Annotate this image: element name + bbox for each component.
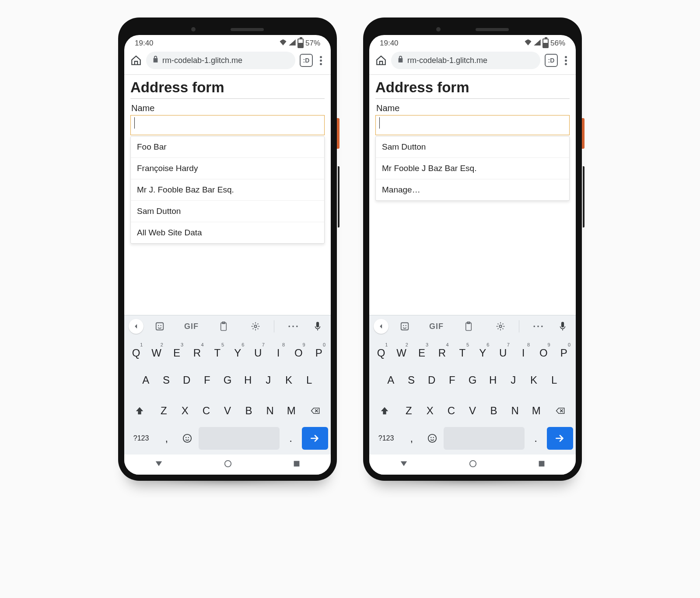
mic-icon[interactable] [554,322,571,331]
key-g[interactable]: G [218,367,237,393]
key-e[interactable]: E3 [413,341,431,365]
key-i[interactable]: I8 [269,341,287,365]
autofill-suggestion[interactable]: Mr J. Fooble Baz Bar Esq. [131,179,324,201]
key-r[interactable]: R4 [433,341,451,365]
kb-collapse-button[interactable] [374,319,388,334]
key-d[interactable]: D [177,367,196,393]
key-c[interactable]: C [196,398,216,423]
kb-collapse-button[interactable] [129,319,144,334]
symbols-key[interactable]: ?123 [372,427,400,450]
key-h[interactable]: H [238,367,257,393]
autofill-suggestion[interactable]: Mr Fooble J Baz Bar Esq. [376,158,569,179]
url-bar[interactable]: rm-codelab-1.glitch.me [391,52,540,69]
key-x[interactable]: X [420,398,440,423]
key-y[interactable]: Y6 [473,341,492,365]
key-f[interactable]: F [443,367,462,393]
key-x[interactable]: X [175,398,195,423]
key-w[interactable]: W2 [147,341,165,365]
key-l[interactable]: L [300,367,318,393]
settings-icon[interactable] [484,322,516,331]
key-h[interactable]: H [483,367,502,393]
key-e[interactable]: E3 [168,341,186,365]
overflow-menu-icon[interactable] [562,56,570,65]
period-key[interactable]: . [281,427,300,450]
nav-recent-icon[interactable] [538,460,545,469]
key-b[interactable]: B [484,398,504,423]
enter-key[interactable] [547,427,573,450]
key-q[interactable]: Q1 [127,341,145,365]
autofill-suggestion[interactable]: All Web Site Data [131,222,324,243]
symbols-key[interactable]: ?123 [127,427,155,450]
key-n[interactable]: N [260,398,280,423]
key-m[interactable]: M [526,398,546,423]
home-icon[interactable] [375,55,387,66]
autofill-suggestion[interactable]: Sam Dutton [376,136,569,158]
backspace-key[interactable] [303,398,328,423]
key-d[interactable]: D [422,367,441,393]
autofill-suggestion[interactable]: Sam Dutton [131,201,324,222]
key-v[interactable]: V [218,398,238,423]
key-z[interactable]: Z [154,398,174,423]
nav-home-icon[interactable] [224,460,232,469]
key-p[interactable]: P0 [555,341,573,365]
url-bar[interactable]: rm-codelab-1.glitch.me [146,52,295,69]
key-k[interactable]: K [525,367,543,393]
key-o[interactable]: O9 [534,341,553,365]
shift-key[interactable] [372,398,397,423]
key-y[interactable]: Y6 [228,341,247,365]
key-n[interactable]: N [505,398,525,423]
gif-button[interactable]: GIF [175,322,207,331]
key-p[interactable]: P0 [310,341,328,365]
nav-back-icon[interactable] [155,460,163,469]
comma-key[interactable]: , [402,427,421,450]
more-icon[interactable] [277,325,309,328]
space-key[interactable] [444,427,525,450]
key-j[interactable]: J [504,367,523,393]
comma-key[interactable]: , [157,427,176,450]
name-input[interactable] [130,115,325,135]
key-m[interactable]: M [281,398,301,423]
clipboard-icon[interactable] [452,322,484,331]
key-u[interactable]: U7 [494,341,512,365]
key-t[interactable]: T5 [208,341,227,365]
key-a[interactable]: A [136,367,155,393]
key-a[interactable]: A [382,367,400,393]
key-r[interactable]: R4 [188,341,206,365]
key-c[interactable]: C [441,398,461,423]
gif-button[interactable]: GIF [420,322,452,331]
period-key[interactable]: . [526,427,545,450]
clipboard-icon[interactable] [207,322,239,331]
space-key[interactable] [199,427,280,450]
overflow-menu-icon[interactable] [317,56,325,65]
more-icon[interactable] [522,325,554,328]
key-k[interactable]: K [280,367,298,393]
home-icon[interactable] [130,55,142,66]
emoji-key[interactable] [178,427,197,450]
tab-switcher-button[interactable]: :D [300,54,313,67]
key-t[interactable]: T5 [453,341,472,365]
sticker-icon[interactable] [388,322,420,331]
key-g[interactable]: G [463,367,482,393]
key-b[interactable]: B [239,398,259,423]
key-u[interactable]: U7 [248,341,267,365]
nav-recent-icon[interactable] [293,460,300,469]
key-v[interactable]: V [463,398,483,423]
key-s[interactable]: S [157,367,176,393]
key-s[interactable]: S [402,367,421,393]
enter-key[interactable] [302,427,328,450]
autofill-suggestion[interactable]: Françoise Hardy [131,158,324,179]
shift-key[interactable] [127,398,152,423]
nav-home-icon[interactable] [469,460,477,469]
mic-icon[interactable] [309,322,326,331]
tab-switcher-button[interactable]: :D [545,54,558,67]
backspace-key[interactable] [548,398,573,423]
key-w[interactable]: W2 [392,341,410,365]
settings-icon[interactable] [239,322,271,331]
key-i[interactable]: I8 [514,341,532,365]
emoji-key[interactable] [423,427,442,450]
autofill-suggestion[interactable]: Foo Bar [131,136,324,158]
nav-back-icon[interactable] [400,460,408,469]
autofill-suggestion[interactable]: Manage… [376,179,569,200]
name-input[interactable] [375,115,570,135]
key-z[interactable]: Z [399,398,419,423]
